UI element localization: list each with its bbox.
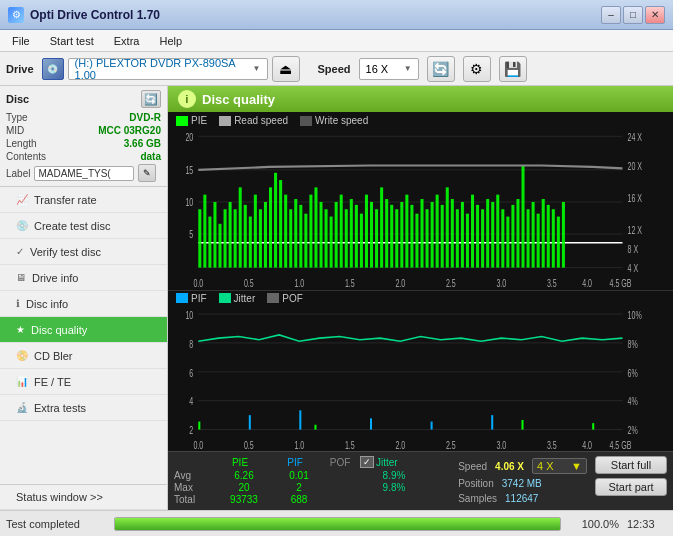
svg-rect-19 [208, 217, 211, 268]
sidebar-item-disc-info[interactable]: ℹ Disc info [0, 291, 167, 317]
disc-info-panel: Disc 🔄 Type DVD-R MID MCC 03RG20 Length … [0, 86, 167, 187]
save-button[interactable]: 💾 [499, 56, 527, 82]
samples-row: Samples 112647 [458, 493, 587, 504]
svg-rect-76 [496, 195, 499, 268]
pif-color-dot [176, 293, 188, 303]
svg-text:2%: 2% [628, 424, 638, 436]
elapsed-time: 12:33 [627, 518, 667, 530]
svg-rect-60 [415, 214, 418, 268]
chart2-svg: 10 8 6 4 2 10% 8% 6% 4% 2% [168, 306, 673, 450]
eject-button[interactable]: ⏏ [272, 56, 300, 82]
menu-extra[interactable]: Extra [106, 33, 148, 49]
svg-rect-53 [380, 187, 383, 267]
svg-rect-61 [421, 199, 424, 268]
svg-text:16 X: 16 X [628, 193, 643, 205]
menu-file[interactable]: File [4, 33, 38, 49]
svg-text:10%: 10% [628, 309, 642, 321]
stat-max-jitter: 9.8% [364, 482, 424, 493]
svg-rect-80 [516, 199, 519, 268]
cd-bler-icon: 📀 [16, 350, 28, 361]
stat-max-pie: 20 [214, 482, 274, 493]
svg-rect-42 [325, 209, 328, 267]
svg-rect-68 [456, 209, 459, 267]
svg-rect-40 [314, 187, 317, 267]
chart2-legend-pof: POF [267, 293, 303, 304]
minimize-button[interactable]: – [601, 6, 621, 24]
svg-rect-85 [542, 199, 545, 268]
sidebar-item-disc-quality[interactable]: ★ Disc quality [0, 317, 167, 343]
start-part-button[interactable]: Start part [595, 478, 667, 496]
sidebar-item-fe-te[interactable]: 📊 FE / TE [0, 369, 167, 395]
sidebar-item-status-window[interactable]: Status window >> [0, 484, 167, 510]
read-speed-color-dot [219, 116, 231, 126]
disc-refresh-button[interactable]: 🔄 [141, 90, 161, 108]
drive-dropdown-arrow: ▼ [253, 64, 261, 73]
sidebar-item-cd-bler[interactable]: 📀 CD Bler [0, 343, 167, 369]
svg-rect-50 [365, 195, 368, 268]
chart2-legend-pif: PIF [176, 293, 207, 304]
jitter-checkbox[interactable]: ✓ [360, 456, 374, 468]
stat-avg-label: Avg [174, 470, 214, 481]
settings-button[interactable]: ⚙ [463, 56, 491, 82]
sidebar-item-transfer-rate[interactable]: 📈 Transfer rate [0, 187, 167, 213]
svg-rect-59 [410, 205, 413, 268]
svg-text:4%: 4% [628, 395, 638, 407]
svg-text:20: 20 [185, 131, 193, 143]
svg-rect-38 [304, 214, 307, 268]
sidebar-item-extra-tests-label: Extra tests [34, 402, 86, 414]
maximize-button[interactable]: □ [623, 6, 643, 24]
menu-help[interactable]: Help [151, 33, 190, 49]
sidebar-item-verify-test-disc[interactable]: ✓ Verify test disc [0, 239, 167, 265]
svg-text:6%: 6% [628, 367, 638, 379]
sidebar-item-drive-info-label: Drive info [32, 272, 78, 284]
svg-rect-83 [532, 202, 535, 268]
svg-rect-84 [537, 214, 540, 268]
speed-dropdown[interactable]: 16 X ▼ [359, 58, 419, 80]
sidebar-item-extra-tests[interactable]: 🔬 Extra tests [0, 395, 167, 421]
menu-start-test[interactable]: Start test [42, 33, 102, 49]
app-title: Opti Drive Control 1.70 [30, 8, 160, 22]
svg-text:3.0: 3.0 [496, 277, 506, 289]
col-header-pie: PIE [210, 457, 270, 468]
sidebar-item-drive-info[interactable]: 🖥 Drive info [0, 265, 167, 291]
svg-rect-55 [390, 205, 393, 268]
svg-rect-20 [213, 202, 216, 268]
svg-rect-67 [451, 199, 454, 268]
disc-label-edit-button[interactable]: ✎ [138, 164, 156, 182]
stat-max-pif: 2 [274, 482, 324, 493]
drive-info-icon: 🖥 [16, 272, 26, 283]
chart2-area: PIF Jitter POF [168, 290, 673, 452]
svg-text:4 X: 4 X [628, 263, 639, 275]
speed-dropdown-arrow: ▼ [404, 64, 412, 73]
svg-text:4.0: 4.0 [582, 439, 592, 450]
speed-right-dropdown[interactable]: 4 X ▼ [532, 458, 587, 474]
svg-text:3.0: 3.0 [496, 439, 506, 450]
samples-label: Samples [458, 493, 497, 504]
svg-rect-74 [486, 199, 489, 268]
extra-tests-icon: 🔬 [16, 402, 28, 413]
svg-text:4.5 GB: 4.5 GB [609, 277, 631, 289]
refresh-drive-button[interactable]: 🔄 [427, 56, 455, 82]
svg-rect-27 [249, 217, 252, 268]
svg-text:2.0: 2.0 [395, 277, 405, 289]
close-button[interactable]: ✕ [645, 6, 665, 24]
svg-rect-46 [345, 209, 348, 267]
svg-rect-65 [441, 205, 444, 268]
fe-te-icon: 📊 [16, 376, 28, 387]
svg-text:10: 10 [185, 197, 193, 209]
drive-dropdown[interactable]: (H:) PLEXTOR DVDR PX-890SA 1.00 ▼ [68, 58, 268, 80]
svg-rect-118 [370, 418, 372, 429]
svg-rect-31 [269, 187, 272, 267]
sidebar-item-disc-info-label: Disc info [26, 298, 68, 310]
svg-rect-49 [360, 214, 363, 268]
svg-text:15: 15 [185, 165, 193, 177]
svg-rect-45 [340, 195, 343, 268]
stat-total-label: Total [174, 494, 214, 505]
start-full-button[interactable]: Start full [595, 456, 667, 474]
svg-rect-47 [350, 199, 353, 268]
chart2-legend-pif-label: PIF [191, 293, 207, 304]
drive-icon: 💿 [42, 58, 64, 80]
svg-rect-88 [557, 217, 560, 268]
speed-dropdown-arrow: ▼ [571, 460, 582, 472]
sidebar-item-create-test-disc[interactable]: 💿 Create test disc [0, 213, 167, 239]
